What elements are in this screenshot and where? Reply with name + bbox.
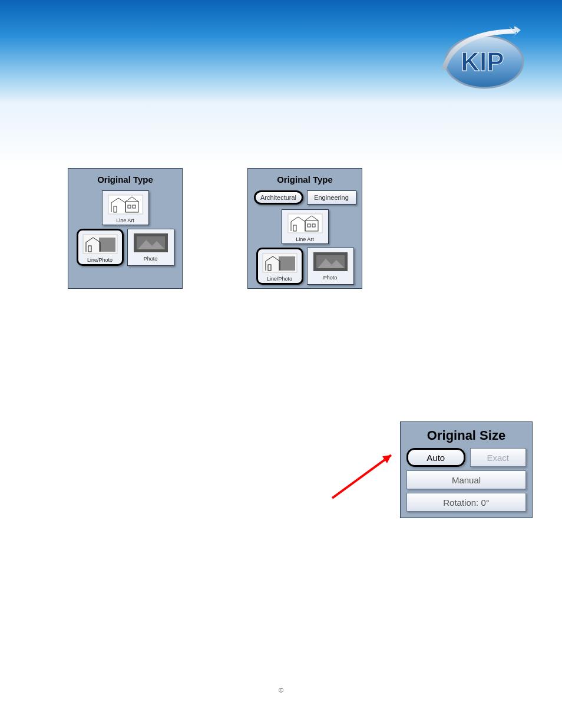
red-arrow-annotation [329,448,400,501]
svg-line-24 [332,455,391,498]
panel-title: Original Type [253,174,357,185]
option-label: Line Art [116,218,134,223]
footer-copyright: © [0,687,562,694]
option-photo[interactable]: Photo [127,229,174,266]
button-label: Manual [452,475,481,485]
panels-row: Original Type Line Art [35,168,527,289]
header-band: KIP [0,0,562,103]
page: KIP Original Type [0,0,562,728]
logo-text: KIP [461,47,504,76]
content: Original Type Line Art [0,168,562,289]
panel-title: Original Size [406,428,526,443]
category-label: Architectural [260,194,296,201]
house-photo-icon [312,251,349,273]
size-rotation-button[interactable]: Rotation: 0° [406,493,526,512]
option-label: Line Art [296,236,314,242]
svg-rect-8 [99,238,115,252]
house-lineart-icon [107,193,144,216]
svg-rect-19 [279,256,295,271]
option-lineart[interactable]: Line Art [282,209,329,244]
option-label: Photo [323,275,338,281]
option-label: Photo [144,256,158,262]
option-lineart[interactable]: Line Art [102,190,149,225]
panel-title: Original Type [73,174,177,185]
house-linephoto-icon [261,252,299,274]
option-label: Line/Photo [87,257,113,263]
original-size-panel: Original Size Auto Exact Manual Rotation… [400,421,533,518]
copyright-symbol: © [279,687,283,694]
category-label: Engineering [314,194,349,201]
button-label: Exact [487,453,509,463]
option-linephoto[interactable]: Line/Photo [256,248,303,285]
house-photo-icon [132,232,170,254]
category-engineering[interactable]: Engineering [307,190,356,205]
size-manual-button[interactable]: Manual [406,470,526,489]
option-label: Line/Photo [267,276,292,282]
size-auto-button[interactable]: Auto [406,448,465,467]
category-architectural[interactable]: Architectural [254,190,303,205]
option-linephoto[interactable]: Line/Photo [77,229,124,266]
kip-logo: KIP [438,27,527,91]
original-type-panel-left: Original Type Line Art [68,168,183,289]
svg-marker-25 [382,455,391,463]
house-linephoto-icon [81,233,119,255]
original-type-panel-right: Original Type Architectural Engineering [247,168,362,289]
option-photo[interactable]: Photo [307,248,354,285]
header-fade [0,103,562,168]
button-label: Rotation: 0° [443,498,490,508]
button-label: Auto [427,453,445,463]
house-lineart-icon [286,212,324,235]
size-exact-button[interactable]: Exact [470,448,527,467]
